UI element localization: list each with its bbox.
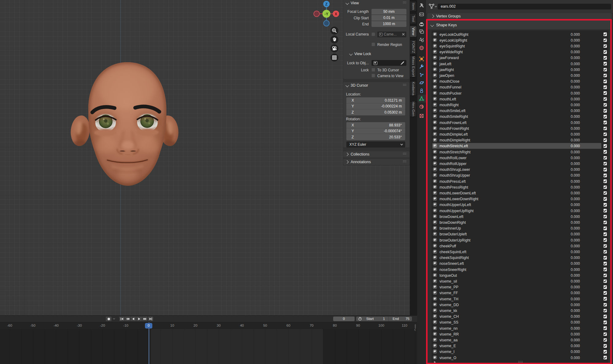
svg-text:Z: Z: [325, 2, 327, 6]
svg-text:X: X: [335, 12, 337, 16]
svg-text:-Y: -Y: [325, 12, 329, 16]
